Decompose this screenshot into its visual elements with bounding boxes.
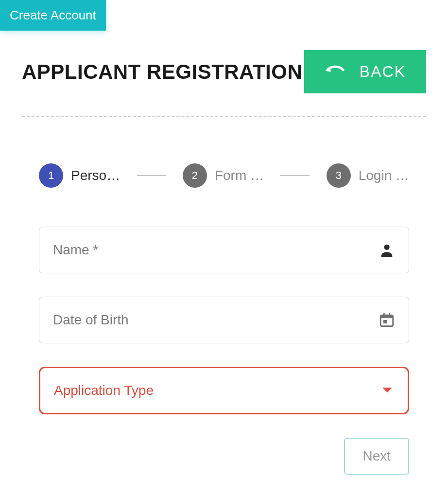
svg-rect-2 <box>380 315 393 318</box>
next-button[interactable]: Next <box>344 438 409 475</box>
back-button-label: BACK <box>360 63 406 81</box>
back-button[interactable]: BACK <box>304 50 426 93</box>
name-field[interactable]: Name * <box>39 227 409 273</box>
step-3-number: 3 <box>327 163 351 188</box>
divider <box>22 116 426 117</box>
person-icon <box>379 242 395 258</box>
undo-icon <box>325 63 346 81</box>
step-line <box>280 175 310 176</box>
step-1-label: Perso… <box>71 168 120 183</box>
step-line <box>137 175 166 176</box>
step-1[interactable]: 1 Perso… <box>39 163 120 188</box>
calendar-icon <box>379 312 395 328</box>
application-type-label: Application Type <box>54 383 154 398</box>
step-1-number: 1 <box>39 163 63 188</box>
application-type-select[interactable]: Application Type <box>39 367 409 414</box>
create-account-button[interactable]: Create Account <box>0 0 106 31</box>
svg-rect-4 <box>389 313 390 317</box>
svg-rect-3 <box>383 313 385 317</box>
svg-rect-5 <box>383 320 387 323</box>
page-title: APPLICANT REGISTRATION <box>22 60 302 84</box>
header-row: APPLICANT REGISTRATION BACK <box>22 50 426 93</box>
step-2-label: Form … <box>215 168 264 183</box>
step-2[interactable]: 2 Form … <box>183 163 264 188</box>
dob-field[interactable]: Date of Birth <box>39 297 409 343</box>
svg-point-0 <box>384 245 389 250</box>
actions-row: Next <box>39 438 409 475</box>
form-content: 1 Perso… 2 Form … 3 Login … Name * Date … <box>39 163 409 475</box>
step-2-number: 2 <box>183 163 207 188</box>
step-3[interactable]: 3 Login … <box>327 163 409 188</box>
dob-field-label: Date of Birth <box>53 312 129 328</box>
name-field-label: Name * <box>53 242 98 258</box>
step-3-label: Login … <box>359 168 409 183</box>
chevron-down-icon <box>380 386 394 395</box>
stepper: 1 Perso… 2 Form … 3 Login … <box>39 163 409 188</box>
